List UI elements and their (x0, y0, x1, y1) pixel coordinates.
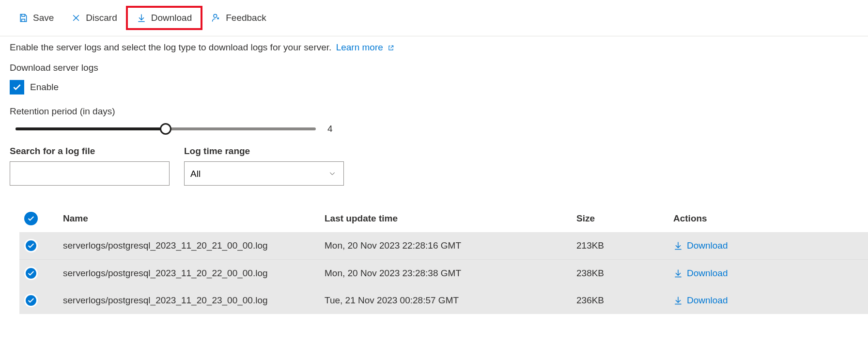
learn-more-link[interactable]: Learn more (336, 42, 394, 52)
time-range-select-wrap: All (184, 161, 344, 186)
row-download-link[interactable]: Download (673, 268, 863, 279)
download-icon (673, 268, 683, 278)
retention-slider-row: 4 (10, 124, 858, 134)
close-icon (71, 13, 81, 23)
retention-slider[interactable] (16, 127, 316, 130)
feedback-button[interactable]: Feedback (202, 8, 275, 28)
discard-label: Discard (86, 13, 117, 23)
save-label: Save (33, 13, 54, 23)
log-table: Name Last update time Size Actions serve… (19, 205, 868, 314)
check-icon (27, 269, 35, 277)
row-size: 213KB (576, 240, 673, 251)
row-download-link[interactable]: Download (673, 240, 863, 251)
row-download-link[interactable]: Download (673, 295, 863, 306)
select-all-checkbox[interactable] (24, 212, 38, 225)
row-checkbox[interactable] (24, 294, 38, 307)
table-header: Name Last update time Size Actions (19, 205, 868, 232)
col-actions: Actions (673, 213, 863, 224)
slider-fill (16, 127, 166, 130)
check-icon (27, 297, 35, 304)
check-icon (27, 215, 35, 222)
download-icon (673, 241, 683, 251)
row-download-label: Download (687, 240, 728, 251)
check-icon (12, 82, 22, 92)
search-field-group: Search for a log file (10, 146, 170, 186)
slider-thumb[interactable] (160, 123, 171, 135)
download-icon (137, 13, 146, 23)
row-name: serverlogs/postgresql_2023_11_20_22_00_0… (63, 268, 325, 279)
description-text: Enable the server logs and select the lo… (10, 42, 331, 52)
search-input[interactable] (10, 161, 170, 186)
download-button[interactable]: Download (126, 6, 203, 30)
save-icon (18, 13, 28, 23)
download-label: Download (151, 13, 192, 23)
row-updated: Mon, 20 Nov 2023 23:28:38 GMT (325, 268, 576, 279)
retention-value: 4 (327, 124, 333, 134)
row-name: serverlogs/postgresql_2023_11_20_21_00_0… (63, 240, 325, 251)
svg-point-0 (214, 15, 217, 18)
toolbar: Save Discard Download Feedback (0, 0, 868, 36)
row-updated: Mon, 20 Nov 2023 22:28:16 GMT (325, 240, 576, 251)
save-button[interactable]: Save (10, 8, 62, 28)
table-row[interactable]: serverlogs/postgresql_2023_11_20_23_00_0… (19, 287, 868, 314)
row-checkbox[interactable] (24, 267, 38, 280)
search-row: Search for a log file Log time range All (10, 146, 858, 186)
row-updated: Tue, 21 Nov 2023 00:28:57 GMT (325, 295, 576, 306)
time-range-label: Log time range (184, 146, 344, 157)
row-size: 236KB (576, 295, 673, 306)
select-all-cell (24, 212, 63, 225)
search-label: Search for a log file (10, 146, 170, 157)
row-checkbox[interactable] (24, 239, 38, 252)
feedback-icon (211, 13, 221, 23)
row-check-cell (24, 267, 63, 280)
enable-checkbox[interactable] (10, 80, 24, 94)
enable-label: Enable (30, 82, 59, 93)
table-row[interactable]: serverlogs/postgresql_2023_11_20_22_00_0… (19, 260, 868, 287)
col-size: Size (576, 213, 673, 224)
row-size: 238KB (576, 268, 673, 279)
enable-row: Enable (10, 80, 858, 94)
external-link-icon (388, 45, 394, 51)
col-name: Name (63, 213, 325, 224)
check-icon (27, 242, 35, 250)
row-name: serverlogs/postgresql_2023_11_20_23_00_0… (63, 295, 325, 306)
row-check-cell (24, 294, 63, 307)
row-check-cell (24, 239, 63, 252)
row-download-label: Download (687, 268, 728, 279)
download-icon (673, 296, 683, 305)
row-download-label: Download (687, 295, 728, 306)
col-updated: Last update time (325, 213, 576, 224)
learn-more-label: Learn more (336, 42, 383, 52)
table-row[interactable]: serverlogs/postgresql_2023_11_20_21_00_0… (19, 232, 868, 260)
content: Enable the server logs and select the lo… (0, 36, 868, 320)
feedback-label: Feedback (226, 13, 266, 23)
time-range-group: Log time range All (184, 146, 344, 186)
time-range-select[interactable]: All (184, 161, 344, 186)
description-row: Enable the server logs and select the lo… (10, 42, 858, 53)
download-logs-label: Download server logs (10, 63, 858, 73)
discard-button[interactable]: Discard (62, 8, 125, 28)
retention-label: Retention period (in days) (10, 106, 858, 117)
